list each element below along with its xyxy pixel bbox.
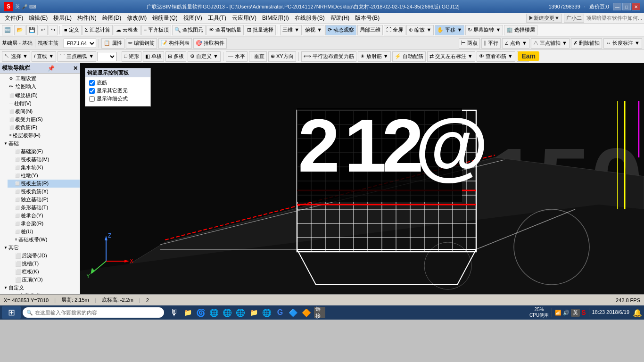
task-icon-4[interactable]: 🌐 <box>208 307 220 318</box>
menu-floor[interactable]: 楼层(L) <box>50 13 74 23</box>
line-tool-btn[interactable]: / 直线 ▼ <box>32 51 56 62</box>
menu-cloud[interactable]: 云应用(V) <box>229 13 259 23</box>
task-icon-2[interactable]: 📁 <box>182 307 193 318</box>
task-icon-3[interactable]: 🌀 <box>195 307 206 318</box>
redo-btn[interactable]: ↪ <box>49 25 58 35</box>
task-icon-10[interactable]: 🔶 <box>301 307 312 318</box>
menu-edit[interactable]: 编辑(E) <box>26 13 50 23</box>
define-btn[interactable]: ■ 定义 <box>62 25 82 35</box>
task-icon-6[interactable]: 🌐 <box>235 307 246 318</box>
sidebar-group-foundation[interactable]: ▼基础 <box>2 140 80 148</box>
bar-name-select[interactable]: FBZJ-64 <box>64 39 96 48</box>
sidebar-pin-btn[interactable]: 📌 <box>48 65 55 72</box>
rect-btn[interactable]: □ 矩形 <box>122 51 141 62</box>
multi-slab-btn[interactable]: ⊞ 多板 <box>165 51 186 62</box>
view-layout-btn[interactable]: 👁 查看布筋 ▼ <box>477 51 515 62</box>
rotate-btn[interactable]: ↻ 屏幕旋转 ▼ <box>465 25 503 35</box>
auto-config-btn[interactable]: ⚡ 自动配筋 <box>392 51 426 62</box>
sidebar-item-raft-neg-bar[interactable]: ⬜筏板负筋(X) <box>8 188 80 196</box>
sidebar-close-btn[interactable]: ✕ <box>73 65 78 72</box>
minimize-button[interactable]: — <box>613 3 621 10</box>
arc-tool-btn[interactable]: ⌒ 三点画弧 ▼ <box>58 51 96 62</box>
parallel-btn[interactable]: ∥ 平行 <box>481 38 501 49</box>
new-btn[interactable]: 🆕 <box>2 25 13 35</box>
fullscreen-btn[interactable]: ⛶ 全屏 <box>384 25 405 35</box>
sidebar-item-raft[interactable]: ⬜筏板基础(M) <box>8 156 80 164</box>
task-icon-1[interactable]: 🎙 <box>169 307 180 318</box>
menu-help[interactable]: 帮助(H) <box>328 13 353 23</box>
sidebar-item-column-stump[interactable]: ⬜柱墩(Y) <box>8 172 80 180</box>
task-icon-link[interactable]: 链接 <box>314 307 325 318</box>
menu-component[interactable]: 构件(N) <box>74 13 99 23</box>
menu-modify[interactable]: 修改(M) <box>124 13 149 23</box>
maximize-button[interactable]: □ <box>622 3 631 10</box>
viewport[interactable]: 钢筋显示控制面板 底筋 显示其它图元 显示详细公式 150 36 <box>80 63 644 294</box>
sidebar-item-custom-point[interactable]: ✕自定义点 <box>8 292 80 294</box>
sidebar-item-raft-main-bar[interactable]: ⬜筏板主筋(R) <box>8 180 80 188</box>
menu-rebar-qty[interactable]: 钢筋量(Q) <box>149 13 180 23</box>
select-floor-btn[interactable]: 🏢 选择楼层 <box>504 25 537 35</box>
top-view-btn[interactable]: 俯视 ▼ <box>303 25 324 35</box>
single-slab-btn[interactable]: ◧ 单板 <box>143 51 164 62</box>
point-angle-btn[interactable]: ∠ 点角 ▼ <box>502 38 529 49</box>
sidebar-item-pile[interactable]: ⬜桩(U) <box>8 228 80 236</box>
sidebar-item-pile-cap[interactable]: ⬜桩承台(Y) <box>8 212 80 220</box>
sidebar-item-isolated-found[interactable]: ⬜独立基础(P) <box>8 196 80 204</box>
new-change-btn[interactable]: ▶新建变更▼ <box>526 14 562 23</box>
cloud-check-btn[interactable]: ☁ 云检查 <box>114 25 140 35</box>
menu-draw[interactable]: 绘图(D) <box>99 13 124 23</box>
sidebar-item-spiral-slab[interactable]: ⬜螺旋板(B) <box>2 91 80 99</box>
task-icon-5[interactable]: 🌐 <box>222 307 233 318</box>
sidebar-item-cap-beam[interactable]: ⬜承台梁(R) <box>8 220 80 228</box>
save-btn[interactable]: 💾 <box>26 25 38 35</box>
taskbar-search[interactable]: 🔍 在这里输入你要搜索的内容 <box>23 307 164 318</box>
sidebar-item-slab-force[interactable]: ⬜板受力筋(S) <box>2 115 80 123</box>
three-point-axis-btn[interactable]: △ 三点辅轴 ▼ <box>531 38 570 49</box>
sidebar-group-other[interactable]: ▼其它 <box>2 244 80 252</box>
notification-btn[interactable]: 🔔 <box>633 308 642 317</box>
menu-online[interactable]: 在线服务(S) <box>292 13 328 23</box>
sidebar-item-slab-inter[interactable]: ⬜板间(N) <box>2 107 80 115</box>
task-icon-8[interactable]: 🌐 <box>261 307 272 318</box>
sidebar-item-draw-input[interactable]: ✏ 绘图输入 <box>0 82 80 90</box>
menu-bim[interactable]: BIM应用(I) <box>259 13 292 23</box>
zoom-btn[interactable]: ⊕ 缩放 ▼ <box>406 25 434 35</box>
task-icon-9[interactable]: 🔷 <box>288 307 299 318</box>
sidebar-item-strip-found[interactable]: ⬜条形基础(T) <box>8 204 80 212</box>
select-tool-btn[interactable]: ↖ 选择 ▼ <box>2 51 30 62</box>
two-point-btn[interactable]: ⊢ 两点 <box>459 38 480 49</box>
guangxiao-btn[interactable]: 广小二 <box>564 14 584 23</box>
calc-btn[interactable]: Σ 汇总计算 <box>83 25 113 35</box>
find-btn[interactable]: 🔍 查找图元 <box>172 25 206 35</box>
sidebar-item-found-beam[interactable]: ⬜基础梁(F) <box>8 148 80 156</box>
sidebar-item-top-slab[interactable]: ⬜压顶(YD) <box>8 276 80 284</box>
align-top-btn[interactable]: ≡ 平齐板顶 <box>141 25 171 35</box>
show-detail-checkbox[interactable] <box>89 96 95 102</box>
radial-bar-btn[interactable]: ☀ 放射筋 ▼ <box>358 51 391 62</box>
undo-btn[interactable]: ↩ <box>39 25 48 35</box>
view-rebar-btn[interactable]: 👁 查看钢筋量 <box>206 25 244 35</box>
task-icon-7[interactable]: 📁 <box>248 307 259 318</box>
delete-axis-btn[interactable]: ✗ 删除辅轴 <box>571 38 602 49</box>
custom-btn[interactable]: ⚙ 自定义 ▼ <box>188 51 221 62</box>
horizontal-btn[interactable]: — 水平 <box>226 51 248 62</box>
properties-btn[interactable]: 📋 属性 <box>101 38 124 49</box>
dynamic-view-btn[interactable]: ⟳ 动态观察 <box>325 25 356 35</box>
length-mark-btn[interactable]: ↔ 长度标注 ▼ <box>603 38 642 49</box>
open-btn[interactable]: 📂 <box>14 25 25 35</box>
xy-dir-btn[interactable]: ⊕ XY方向 <box>268 51 296 62</box>
edit-rebar-btn[interactable]: ✏ 编辑钢筋 <box>126 38 157 49</box>
sidebar-item-column-cap[interactable]: —柱帽(V) <box>2 99 80 107</box>
sidebar-item-post-pour[interactable]: ⬜后浇带(JD) <box>8 252 80 260</box>
pan-btn[interactable]: ✋ 平移 ▼ <box>435 25 464 35</box>
close-button[interactable]: ✕ <box>632 3 640 10</box>
sidebar-item-slab-neg[interactable]: ⬜板负筋(F) <box>2 123 80 132</box>
sidebar-item-trench[interactable]: ⬜挑槽(T) <box>8 260 80 268</box>
sidebar-item-found-band[interactable]: ≡基础板带(W) <box>8 236 80 244</box>
bottom-bar-checkbox[interactable] <box>89 80 95 86</box>
pick-component-btn[interactable]: 🎯 拾取构件 <box>193 38 227 49</box>
3d-btn[interactable]: 三维 ▼ <box>280 25 302 35</box>
arc-select[interactable] <box>98 52 116 61</box>
parallel-layout-btn[interactable]: ⟺ 平行边布置受力筋 <box>301 51 356 62</box>
show-other-checkbox[interactable] <box>89 88 95 94</box>
